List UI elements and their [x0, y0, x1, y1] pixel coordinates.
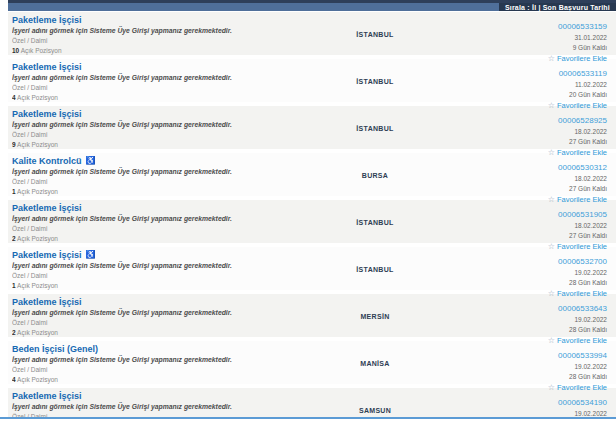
last-apply-date: 31.01.2022: [435, 33, 607, 43]
city-label: İSTANBUL: [356, 78, 393, 85]
open-positions-count: 9: [12, 141, 16, 148]
bottom-divider: [0, 417, 616, 419]
open-positions: 1 Açık Pozisyon: [12, 281, 315, 290]
contract-type: Özel / Daimi: [12, 36, 315, 46]
job-row: Paketleme İşçisi İşyeri adını görmek içi…: [8, 200, 616, 243]
contract-type: Özel / Daimi: [12, 318, 315, 328]
job-number-link[interactable]: 00006531905: [558, 210, 607, 219]
login-required-note: İşyeri adını görmek için Sisteme Üye Gir…: [12, 261, 315, 271]
login-required-note: İşyeri adını görmek için Sisteme Üye Gir…: [12, 355, 315, 365]
login-required-note: İşyeri adını görmek için Sisteme Üye Gir…: [12, 214, 315, 224]
job-summary: Paketleme İşçisi İşyeri adını görmek içi…: [12, 202, 315, 243]
job-summary: Paketleme İşçisi İşyeri adını görmek içi…: [12, 296, 315, 337]
job-summary: Paketleme İşçisi İşyeri adını görmek içi…: [12, 390, 315, 417]
open-positions-count: 10: [12, 47, 19, 54]
open-positions: 9 Açık Pozisyon: [12, 140, 315, 149]
last-apply-date: 19.02.2022: [435, 362, 607, 372]
city-column: İSTANBUL: [315, 249, 435, 290]
days-left: 27 Gün Kaldı: [435, 184, 607, 194]
job-number-link[interactable]: 00006533159: [558, 22, 607, 31]
open-positions-label: Açık Pozisyon: [17, 94, 58, 101]
last-apply-date: 19.02.2022: [435, 315, 607, 325]
days-left: 9 Gün Kaldı: [435, 43, 607, 53]
job-title-link[interactable]: Paketleme İşçisi: [12, 296, 82, 308]
job-summary: Paketleme İşçisi İşyeri adını görmek içi…: [12, 61, 315, 102]
job-summary: Paketleme İşçisi İşyeri adını görmek içi…: [12, 108, 315, 149]
job-meta-column: 00006533159 31.01.2022 9 Gün Kaldı ☆ Fav…: [435, 14, 616, 55]
contract-type: Özel / Daimi: [12, 130, 315, 140]
days-left: 28 Gün Kaldı: [435, 278, 607, 288]
job-title-link[interactable]: Paketleme İşçisi: [12, 390, 82, 402]
job-meta-column: 00006530312 18.02.2022 27 Gün Kaldı ☆ Fa…: [435, 155, 616, 196]
last-apply-date: 18.02.2022: [435, 174, 607, 184]
last-apply-date: 18.02.2022: [435, 127, 607, 137]
last-apply-date: 18.02.2022: [435, 221, 607, 231]
login-required-note: İşyeri adını görmek için Sisteme Üye Gir…: [12, 26, 315, 36]
city-label: İSTANBUL: [356, 219, 393, 226]
city-column: MERSİN: [315, 296, 435, 337]
job-meta-column: 00006532700 19.02.2022 28 Gün Kaldı ☆ Fa…: [435, 249, 616, 290]
city-column: İSTANBUL: [315, 61, 435, 102]
login-required-note: İşyeri adını görmek için Sisteme Üye Gir…: [12, 120, 315, 130]
contract-type: Özel / Daimi: [12, 271, 315, 281]
job-summary: Paketleme İşçisi İşyeri adını görmek içi…: [12, 14, 315, 55]
open-positions: 4 Açık Pozisyon: [12, 93, 315, 102]
city-column: İSTANBUL: [315, 108, 435, 149]
open-positions: 2 Açık Pozisyon: [12, 234, 315, 243]
job-row: Paketleme İşçisi İşyeri adını görmek içi…: [8, 388, 616, 417]
open-positions-label: Açık Pozisyon: [17, 235, 58, 242]
job-title-link[interactable]: Kalite Kontrolcü: [12, 155, 82, 167]
sort-options[interactable]: Sırala : İl | Son Başvuru Tarihi: [499, 3, 616, 11]
city-column: BURSA: [315, 155, 435, 196]
days-left: 27 Gün Kaldı: [435, 231, 607, 241]
job-row: Paketleme İşçisi İşyeri adını görmek içi…: [8, 106, 616, 149]
city-column: İSTANBUL: [315, 202, 435, 243]
job-title-link[interactable]: Paketleme İşçisi: [12, 249, 82, 261]
job-number-link[interactable]: 00006528925: [558, 116, 607, 125]
open-positions: 4 Açık Pozisyon: [12, 375, 315, 384]
job-summary: Paketleme İşçisi ♿ İşyeri adını görmek i…: [12, 249, 315, 290]
last-apply-date: 11.02.2022: [435, 80, 607, 90]
job-number-link[interactable]: 00006533994: [558, 351, 607, 360]
open-positions-count: 1: [12, 282, 16, 289]
city-label: İSTANBUL: [356, 266, 393, 273]
contract-type: Özel / Daimi: [12, 177, 315, 187]
job-meta-column: 00006533643 19.02.2022 28 Gün Kaldı ☆ Fa…: [435, 296, 616, 337]
login-required-note: İşyeri adını görmek için Sisteme Üye Gir…: [12, 308, 315, 318]
job-row: Paketleme İşçisi İşyeri adını görmek içi…: [8, 294, 616, 337]
job-meta-column: 00006528925 18.02.2022 27 Gün Kaldı ☆ Fa…: [435, 108, 616, 149]
job-row: Paketleme İşçisi İşyeri adını görmek içi…: [8, 12, 616, 55]
open-positions-label: Açık Pozisyon: [17, 376, 58, 383]
open-positions: 10 Açık Pozisyon: [12, 46, 315, 55]
job-title-link[interactable]: Paketleme İşçisi: [12, 14, 82, 26]
open-positions-label: Açık Pozisyon: [17, 141, 58, 148]
disability-icon: ♿: [86, 251, 96, 259]
open-positions-label: Açık Pozisyon: [21, 47, 62, 54]
job-number-link[interactable]: 00006533643: [558, 304, 607, 313]
job-number-link[interactable]: 00006534190: [558, 398, 607, 407]
open-positions-label: Açık Pozisyon: [17, 282, 58, 289]
last-apply-date: 19.02.2022: [435, 268, 607, 278]
contract-type: Özel / Daimi: [12, 365, 315, 375]
job-meta-column: 00006533994 19.02.2022 28 Gün Kaldı ☆ Fa…: [435, 343, 616, 384]
job-title-link[interactable]: Paketleme İşçisi: [12, 202, 82, 214]
job-title-link[interactable]: Beden İşçisi (Genel): [12, 343, 98, 355]
job-title-link[interactable]: Paketleme İşçisi: [12, 108, 82, 120]
job-number-link[interactable]: 00006530312: [558, 163, 607, 172]
job-number-link[interactable]: 00006533119: [559, 69, 607, 78]
job-number-link[interactable]: 00006532700: [558, 257, 607, 266]
job-row: Beden İşçisi (Genel) İşyeri adını görmek…: [8, 341, 616, 384]
job-row: Paketleme İşçisi İşyeri adını görmek içi…: [8, 59, 616, 102]
job-listing-page: Sırala : İl | Son Başvuru Tarihi Paketle…: [0, 0, 616, 424]
job-title-link[interactable]: Paketleme İşçisi: [12, 61, 82, 73]
days-left: 20 Gün Kaldı: [435, 90, 607, 100]
open-positions-count: 2: [12, 235, 16, 242]
open-positions-label: Açık Pozisyon: [17, 329, 58, 336]
city-column: SAMSUN: [315, 390, 435, 417]
login-required-note: İşyeri adını görmek için Sisteme Üye Gir…: [12, 402, 315, 412]
job-meta-column: 00006534190 19.02.2022 28 Gün Kaldı ☆ Fa…: [435, 390, 616, 417]
job-summary: Beden İşçisi (Genel) İşyeri adını görmek…: [12, 343, 315, 384]
login-required-note: İşyeri adını görmek için Sisteme Üye Gir…: [12, 73, 315, 83]
days-left: 28 Gün Kaldı: [435, 372, 607, 382]
open-positions: 2 Açık Pozisyon: [12, 328, 315, 337]
